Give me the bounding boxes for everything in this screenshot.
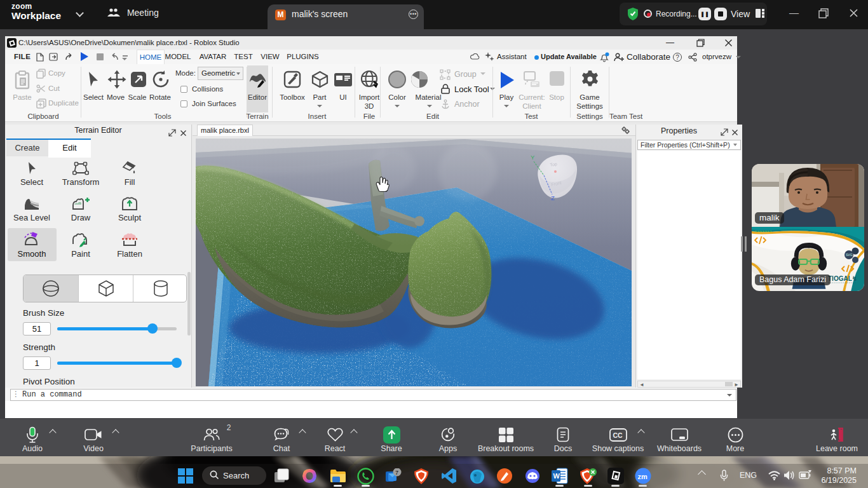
svg-text:W: W xyxy=(553,472,560,480)
svg-text:Z: Z xyxy=(551,194,555,201)
svg-text:TIOGAL↯: TIOGAL↯ xyxy=(828,275,857,282)
svg-text:zm: zm xyxy=(638,473,648,480)
svg-text:CC: CC xyxy=(613,431,623,439)
svg-text:⌁⌁⌁⌁⌁⌁⌁: ⌁⌁⌁⌁⌁⌁⌁ xyxy=(755,229,772,233)
svg-text:7: 7 xyxy=(395,470,398,476)
svg-text:SVG: SVG xyxy=(846,253,853,257)
svg-text:Y: Y xyxy=(531,154,535,161)
